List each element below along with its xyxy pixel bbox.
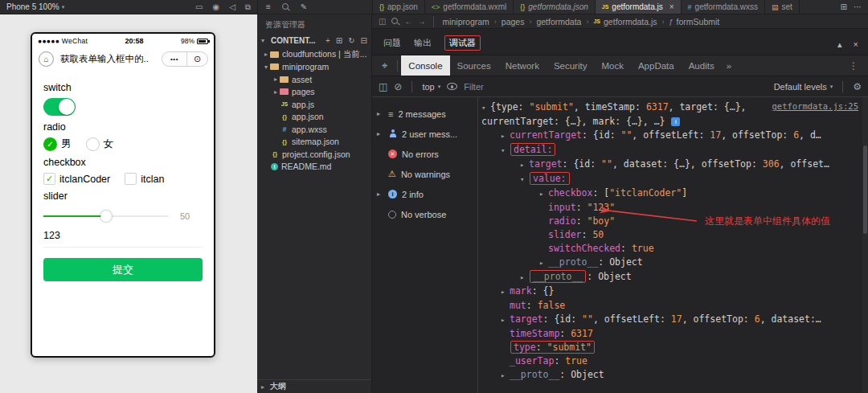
checkbox-option-itclancoder[interactable]: ✓ itclanCoder <box>43 173 110 185</box>
console-line[interactable]: ▾value: <box>478 172 862 186</box>
explorer-item[interactable]: iREADME.md <box>257 161 371 174</box>
slider-knob[interactable] <box>100 211 112 222</box>
expand-arrow-icon[interactable]: ▸ <box>501 369 510 383</box>
collapse-panel-icon[interactable]: ▴ <box>837 39 842 50</box>
filter-input[interactable] <box>464 82 568 92</box>
console-filter-item[interactable]: ✕No errors <box>372 144 477 164</box>
console-line[interactable]: ▸__proto__: Object <box>478 256 862 270</box>
console-line[interactable]: ▸target: {id: "", dataset: {…}, offsetTo… <box>478 158 862 172</box>
search-icon[interactable] <box>391 17 399 26</box>
console-filter-item[interactable]: No verbose <box>372 204 477 224</box>
preview-panel-icon[interactable]: ◫ <box>379 17 386 26</box>
expand-arrow-icon[interactable]: ▸ <box>501 285 510 299</box>
radio-option-male[interactable]: ✓ 男 <box>43 137 72 151</box>
javascript-context-selector[interactable]: top ▾ <box>422 82 440 92</box>
console-line[interactable]: ▸__proto__: Object <box>478 270 862 285</box>
search-icon[interactable] <box>281 2 290 11</box>
breadcrumb-item[interactable]: pages <box>502 17 525 27</box>
devtools-tab[interactable]: Audits <box>682 55 722 76</box>
devtools-tab[interactable]: Security <box>547 55 595 76</box>
expand-arrow-icon[interactable]: ▾ <box>481 101 490 115</box>
log-levels-selector[interactable]: Default levels ▾ <box>774 82 833 92</box>
new-file-icon[interactable]: + <box>326 36 330 45</box>
devtools-tab[interactable]: Network <box>498 55 547 76</box>
console-line[interactable]: ▸checkbox: ["itclanCoder"] <box>478 186 862 201</box>
radio-option-female[interactable]: 女 <box>86 137 114 151</box>
devtools-tab[interactable]: Sources <box>450 55 498 76</box>
mute-icon[interactable]: ◁ <box>229 2 235 11</box>
editor-tab[interactable]: <>getformdata.wxml <box>425 0 514 14</box>
expand-arrow-icon[interactable]: ▸ <box>539 256 548 270</box>
scrollbar-thumb[interactable] <box>863 145 867 234</box>
console-line[interactable]: ▾detail: <box>478 143 862 158</box>
console-filter-item[interactable]: ▸i2 info <box>372 184 477 204</box>
breadcrumb-item[interactable]: getformdata <box>536 17 581 27</box>
console-filter-item[interactable]: ⚠No warnings <box>372 164 477 184</box>
expand-arrow-icon[interactable]: ▸ <box>539 187 548 201</box>
editor-tab[interactable]: ▤set <box>765 0 800 14</box>
devtools-tab[interactable]: » <box>722 55 736 76</box>
submit-button[interactable]: 提交 <box>43 258 203 281</box>
explorer-item[interactable]: ▸pages <box>257 86 371 99</box>
editor-tab[interactable]: #getformdata.wxss <box>682 0 765 14</box>
devtools-tab[interactable]: Console <box>401 55 449 76</box>
explorer-item[interactable]: #app.wxss <box>257 123 371 136</box>
console-line[interactable]: ▸target: {id: "", offsetLeft: 17, offset… <box>478 313 862 327</box>
checkbox-option-itclan[interactable]: itclan <box>125 173 164 185</box>
close-tab-icon[interactable]: × <box>669 2 674 11</box>
debugger-panel-tab[interactable]: 调试器 <box>444 35 481 51</box>
explorer-section-header[interactable]: ▾ CONTENT... + ⊞ ↻ ⊟ <box>257 32 371 48</box>
minimize-button[interactable]: ⊙ <box>187 52 207 66</box>
editor-tab[interactable]: {}app.json <box>373 0 425 14</box>
explorer-item[interactable]: JSapp.js <box>257 98 371 111</box>
expand-arrow-icon[interactable]: ▸ <box>501 313 510 327</box>
console-filter-item[interactable]: ▸≡2 messages <box>372 104 477 124</box>
more-options-icon[interactable]: ⋮ <box>842 55 865 76</box>
back-icon[interactable]: ← <box>404 17 412 26</box>
switch-toggle[interactable] <box>43 98 76 116</box>
device-selector[interactable]: Phone 5 100% ▾ <box>6 2 64 11</box>
outline-section[interactable]: ▸ 大纲 <box>257 379 371 393</box>
breadcrumb-item[interactable]: ƒformSubmit <box>669 17 720 27</box>
device-frame-icon[interactable]: ▭ <box>195 2 203 11</box>
console-line[interactable]: ▸mark: {} <box>478 285 862 299</box>
panels-layout-icon[interactable]: ⧉ <box>245 2 251 12</box>
expand-arrow-icon[interactable]: ▾ <box>520 173 529 186</box>
console-sidebar-toggle-icon[interactable]: ◫ <box>379 81 387 92</box>
inspect-element-icon[interactable]: ⌖ <box>375 55 394 76</box>
console-line[interactable]: ▸__proto__: Object <box>478 368 862 383</box>
split-editor-icon[interactable]: ⊞ <box>841 2 847 11</box>
breadcrumb-item[interactable]: JSgetformdata.js <box>593 17 657 27</box>
menu-icon[interactable]: ≡ <box>266 2 271 11</box>
new-folder-icon[interactable]: ⊞ <box>336 36 342 45</box>
editor-tab[interactable]: JSgetformdata.js× <box>596 0 682 14</box>
edit-icon[interactable]: ✎ <box>301 2 307 11</box>
more-actions-icon[interactable]: ⋯ <box>854 2 862 11</box>
breadcrumb-item[interactable]: miniprogram <box>442 17 489 27</box>
console-scrollbar[interactable] <box>862 97 868 393</box>
devtools-tab[interactable]: AppData <box>631 55 682 76</box>
slider-track[interactable] <box>43 215 169 217</box>
menu-dots-button[interactable]: ••• <box>162 52 187 66</box>
live-expression-icon[interactable] <box>447 83 457 90</box>
explorer-item[interactable]: ▸cloudfunctions | 当前... <box>257 48 371 61</box>
record-icon[interactable]: ◉ <box>212 2 219 11</box>
explorer-item[interactable]: ▾miniprogram <box>257 61 371 74</box>
explorer-item[interactable]: ▸asset <box>257 73 371 86</box>
collapse-all-icon[interactable]: ⊟ <box>361 36 367 45</box>
text-input[interactable]: 123 <box>43 223 203 248</box>
console-filter-item[interactable]: ▸2 user mess... <box>372 124 477 144</box>
home-button[interactable]: ⌂ <box>39 51 54 67</box>
forward-icon[interactable]: → <box>417 17 425 26</box>
expand-arrow-icon[interactable]: ▸ <box>520 271 529 285</box>
expand-arrow-icon[interactable]: ▾ <box>501 144 510 158</box>
settings-gear-icon[interactable]: ⚙ <box>853 81 862 92</box>
expand-arrow-icon[interactable]: ▸ <box>520 158 529 172</box>
console-line[interactable]: ▸currentTarget: {id: "", offsetLeft: 17,… <box>478 129 862 143</box>
devtools-tab[interactable]: Mock <box>594 55 630 76</box>
explorer-item[interactable]: {}project.config.json <box>257 148 371 161</box>
close-panel-icon[interactable]: × <box>854 39 858 50</box>
explorer-item[interactable]: {}app.json <box>257 111 371 124</box>
source-link[interactable]: getformdata.js:25 <box>772 101 858 111</box>
editor-tab[interactable]: {}getformdata.json <box>514 0 596 14</box>
